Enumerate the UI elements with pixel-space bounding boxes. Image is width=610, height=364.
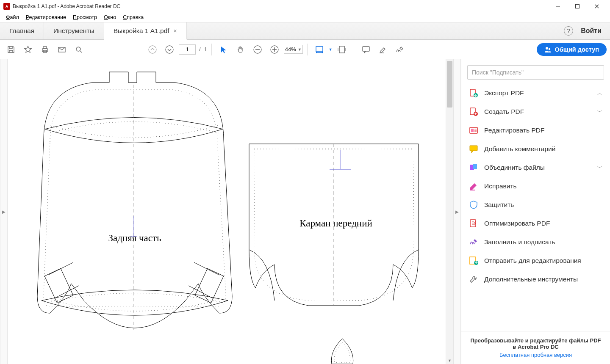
- fill-sign-icon: [469, 237, 478, 247]
- tool-combine[interactable]: Объединить файлы﹀: [461, 158, 610, 177]
- svg-point-25: [549, 48, 550, 50]
- zoom-out-icon[interactable]: [250, 42, 265, 57]
- svg-line-31: [189, 286, 213, 298]
- chevron-down-icon: ﹀: [597, 108, 602, 116]
- svg-rect-22: [363, 47, 369, 51]
- free-trial-link[interactable]: Бесплатная пробная версия: [469, 352, 602, 358]
- menu-file[interactable]: Файл: [3, 14, 22, 21]
- svg-rect-17: [316, 47, 323, 52]
- tool-optimize[interactable]: Оптимизировать PDF: [461, 214, 610, 233]
- tool-create-pdf[interactable]: Создать PDF﹀: [461, 102, 610, 121]
- tool-fill-sign[interactable]: Заполнить и подписать: [461, 233, 610, 251]
- menu-view[interactable]: Просмотр: [69, 14, 100, 21]
- main-area: ▶: [0, 59, 610, 364]
- highlight-icon[interactable]: [375, 42, 391, 57]
- scroll-thumb[interactable]: [447, 61, 452, 108]
- menu-edit[interactable]: Редактирование: [22, 14, 69, 21]
- search-input[interactable]: Поиск "Подписать": [467, 65, 604, 80]
- help-icon[interactable]: ?: [564, 26, 573, 36]
- send-review-icon: [469, 256, 478, 265]
- menu-help[interactable]: Справка: [119, 14, 147, 21]
- menubar: Файл Редактирование Просмотр Окно Справк…: [0, 13, 610, 22]
- comment-tool-icon: [469, 144, 478, 154]
- export-pdf-icon: [469, 88, 478, 98]
- right-panel-handle[interactable]: ▶: [453, 59, 461, 364]
- sidebar-footer: Преобразовывайте и редактируйте файлы PD…: [461, 331, 610, 364]
- scroll-down-icon[interactable]: ▼: [446, 357, 453, 364]
- window-controls: [548, 0, 607, 13]
- label-pocket: Карман передний: [299, 218, 372, 229]
- mail-icon[interactable]: [54, 42, 69, 57]
- create-pdf-icon: [469, 107, 478, 116]
- tabs-row: Главная Инструменты Выкройка 1 А1.pdf × …: [0, 22, 610, 40]
- menu-window[interactable]: Окно: [100, 14, 119, 21]
- edit-pdf-icon: [469, 126, 478, 135]
- save-icon[interactable]: [3, 42, 19, 57]
- svg-rect-26: [44, 268, 73, 303]
- svg-line-9: [80, 51, 82, 52]
- tool-export-pdf[interactable]: Экспорт PDF︿: [461, 84, 610, 102]
- svg-point-8: [76, 47, 80, 51]
- print-icon[interactable]: [37, 42, 53, 57]
- svg-point-24: [546, 47, 548, 50]
- zoom-select[interactable]: 44%▼: [284, 45, 303, 54]
- tool-send-review[interactable]: Отправить для редактирования: [461, 251, 610, 270]
- chevron-up-icon: ︿: [597, 90, 602, 97]
- vertical-scrollbar[interactable]: ▲ ▼: [446, 59, 453, 364]
- combine-icon: [469, 163, 478, 172]
- maximize-button[interactable]: [568, 0, 587, 13]
- label-back: Задняя часть: [108, 233, 161, 243]
- star-icon[interactable]: [20, 42, 36, 57]
- window-titlebar: A Выкройка 1 А1.pdf - Adobe Acrobat Read…: [0, 0, 610, 13]
- optimize-icon: [469, 219, 478, 228]
- tool-edit-pdf[interactable]: Редактировать PDF: [461, 121, 610, 140]
- svg-rect-49: [473, 164, 477, 169]
- svg-line-30: [194, 262, 219, 275]
- svg-rect-47: [470, 146, 477, 151]
- svg-point-11: [166, 46, 173, 53]
- hand-icon[interactable]: [233, 42, 248, 57]
- left-panel-handle[interactable]: ▶: [0, 59, 8, 364]
- zoom-in-icon[interactable]: [267, 42, 282, 57]
- fit-width-icon[interactable]: [312, 42, 327, 57]
- minimize-button[interactable]: [548, 0, 568, 13]
- tool-comment[interactable]: Добавить комментарий: [461, 140, 610, 158]
- svg-rect-1: [576, 5, 580, 8]
- tab-tools[interactable]: Инструменты: [44, 22, 104, 39]
- tools-sidebar: Поиск "Подписать" Экспорт PDF︿ Создать P…: [461, 59, 610, 364]
- svg-line-27: [48, 262, 73, 275]
- sign-icon[interactable]: [392, 42, 408, 57]
- tool-more[interactable]: Дополнительные инструменты: [461, 270, 610, 289]
- comment-icon[interactable]: [358, 42, 374, 57]
- signin-button[interactable]: Войти: [581, 27, 602, 35]
- footer-promo-text: Преобразовывайте и редактируйте файлы PD…: [469, 337, 602, 350]
- toolbar: / 1 44%▼ ▼ Общий доступ: [0, 40, 610, 59]
- svg-point-10: [149, 46, 156, 53]
- redact-icon: [469, 182, 478, 191]
- svg-rect-29: [195, 268, 224, 303]
- svg-rect-43: [471, 129, 474, 132]
- share-people-icon: [544, 46, 551, 53]
- share-button[interactable]: Общий доступ: [537, 43, 607, 56]
- page-number-input[interactable]: [179, 44, 196, 55]
- close-button[interactable]: [587, 0, 607, 13]
- page-up-icon[interactable]: [145, 42, 160, 57]
- tab-home[interactable]: Главная: [0, 22, 44, 39]
- close-tab-icon[interactable]: ×: [174, 28, 177, 34]
- page-down-icon[interactable]: [162, 42, 177, 57]
- app-icon: A: [3, 3, 10, 10]
- document-page[interactable]: Задняя часть Карман передний: [8, 59, 446, 364]
- fit-page-icon[interactable]: [334, 42, 349, 57]
- wrench-icon: [469, 275, 478, 284]
- tab-document[interactable]: Выкройка 1 А1.pdf ×: [104, 22, 187, 40]
- find-icon[interactable]: [71, 42, 86, 57]
- pointer-icon[interactable]: [216, 42, 231, 57]
- svg-rect-19: [339, 46, 344, 53]
- window-title: Выкройка 1 А1.pdf - Adobe Acrobat Reader…: [13, 3, 548, 9]
- shield-icon: [469, 200, 478, 210]
- tool-protect[interactable]: Защитить: [461, 196, 610, 214]
- document-area: Задняя часть Карман передний: [8, 59, 453, 364]
- svg-rect-5: [43, 47, 47, 49]
- tool-redact[interactable]: Исправить: [461, 177, 610, 196]
- page-sep: /: [197, 46, 202, 52]
